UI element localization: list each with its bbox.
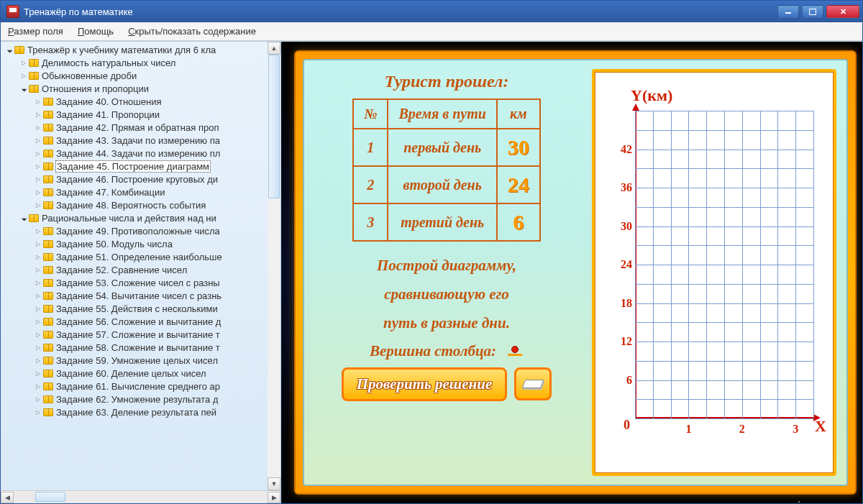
col-time: Время в пути bbox=[388, 99, 496, 129]
tree-expander-icon[interactable] bbox=[34, 292, 42, 300]
check-button[interactable]: Проверить решение bbox=[342, 367, 507, 401]
tree-expander-icon[interactable] bbox=[34, 305, 42, 313]
tree-expander-icon[interactable] bbox=[5, 46, 13, 54]
tree-item[interactable]: Задание 58. Сложение и вычитание т bbox=[1, 341, 280, 354]
tree-expander-icon[interactable] bbox=[34, 408, 42, 416]
tree-item[interactable]: Задание 56. Сложение и вычитание д bbox=[1, 315, 280, 328]
tree-item[interactable]: Задание 40. Отношения bbox=[1, 95, 280, 108]
tree-item[interactable]: Задание 43. Задачи по измерению па bbox=[1, 134, 280, 147]
menu-help[interactable]: Помощь bbox=[78, 26, 114, 37]
menu-toggle[interactable]: Скрыть/показать содержание bbox=[128, 26, 256, 37]
chart-grid[interactable] bbox=[635, 111, 813, 418]
tree-item[interactable]: Задание 55. Действия с несколькими bbox=[1, 302, 280, 315]
tree-label: Задание 52. Сравнение чисел bbox=[56, 265, 187, 275]
tree-expander-icon[interactable] bbox=[19, 214, 27, 222]
tree-item[interactable]: Обыкновенные дроби bbox=[1, 69, 280, 82]
tree-item[interactable]: Задание 51. Определение наибольше bbox=[1, 250, 280, 263]
chart[interactable]: Y(км) X 0 6121824303642123 bbox=[602, 89, 822, 462]
book-icon bbox=[29, 72, 39, 80]
tree-expander-icon[interactable] bbox=[34, 370, 42, 377]
tree-item[interactable]: Тренажёр к учебнику математики для 6 кла bbox=[1, 43, 280, 56]
book-icon bbox=[29, 85, 39, 93]
menu-size[interactable]: Размер поля bbox=[8, 26, 63, 37]
tree-expander-icon[interactable] bbox=[19, 72, 27, 80]
tree-item[interactable]: Рациональные числа и действия над ни bbox=[1, 211, 280, 224]
tree-expander-icon[interactable] bbox=[19, 59, 27, 67]
app-icon bbox=[6, 5, 19, 18]
tree-expander-icon[interactable] bbox=[19, 85, 27, 93]
tree-item[interactable]: Задание 62. Умножение результата д bbox=[1, 393, 280, 406]
marker-icon[interactable] bbox=[506, 346, 524, 356]
tree-expander-icon[interactable] bbox=[34, 162, 42, 170]
tree-expander-icon[interactable] bbox=[34, 382, 42, 390]
tree-item[interactable]: Задание 61. Вычисление среднего ар bbox=[1, 380, 280, 393]
tree-item[interactable]: Задание 46. Построение круговых ди bbox=[1, 173, 280, 185]
tree-expander-icon[interactable] bbox=[34, 188, 42, 196]
tree-expander-icon[interactable] bbox=[34, 98, 42, 106]
book-icon bbox=[43, 98, 53, 106]
tree-item[interactable]: Задание 48. Вероятность события bbox=[1, 198, 280, 211]
y-tick: 36 bbox=[621, 181, 632, 194]
tree-expander-icon[interactable] bbox=[34, 111, 42, 119]
tree-label: Задание 55. Действия с несколькими bbox=[56, 303, 218, 314]
tree-expander-icon[interactable] bbox=[34, 137, 42, 145]
tree-expander-icon[interactable] bbox=[34, 150, 42, 157]
tree-item[interactable]: Отношения и пропорции bbox=[1, 82, 280, 95]
tree-label: Задание 46. Построение круговых ди bbox=[56, 174, 218, 185]
tree-expander-icon[interactable] bbox=[34, 357, 42, 365]
hscroll-thumb[interactable] bbox=[35, 492, 65, 502]
tree-expander-icon[interactable] bbox=[34, 266, 42, 274]
tree-item[interactable]: Задание 50. Модуль числа bbox=[1, 237, 280, 250]
tree-label: Задание 40. Отношения bbox=[56, 96, 161, 107]
tree-expander-icon[interactable] bbox=[34, 175, 42, 183]
tree-expander-icon[interactable] bbox=[34, 124, 42, 132]
titlebar[interactable]: Тренажёр по математике bbox=[1, 1, 862, 22]
tree-item[interactable]: Задание 44. Задачи по измерению пл bbox=[1, 147, 280, 160]
tree-item[interactable]: Задание 47. Комбинации bbox=[1, 185, 280, 198]
tree-expander-icon[interactable] bbox=[34, 344, 42, 352]
tree-item[interactable]: Делимость натуральных чисел bbox=[1, 56, 280, 69]
tree-item[interactable]: Задание 53. Сложение чисел с разны bbox=[1, 276, 280, 289]
tree-item[interactable]: Задание 52. Сравнение чисел bbox=[1, 263, 280, 276]
book-icon bbox=[43, 382, 53, 390]
minimize-button[interactable] bbox=[777, 5, 799, 18]
tree-expander-icon[interactable] bbox=[34, 279, 42, 287]
tree-label: Задание 43. Задачи по измерению па bbox=[56, 135, 220, 146]
tree-label: Задание 56. Сложение и вычитание д bbox=[56, 316, 221, 327]
data-table: № Время в пути км 1 первый день 30 2 bbox=[352, 98, 541, 242]
tree-expander-icon[interactable] bbox=[34, 331, 42, 339]
tree-expander-icon[interactable] bbox=[34, 201, 42, 209]
y-tick: 12 bbox=[621, 335, 632, 348]
tree-item[interactable]: Задание 42. Прямая и обратная проп bbox=[1, 121, 280, 134]
scroll-left-icon[interactable]: ◀ bbox=[1, 492, 14, 503]
tree-label: Задание 50. Модуль числа bbox=[56, 239, 173, 249]
eraser-icon bbox=[522, 380, 544, 388]
tree-item[interactable]: Задание 49. Противоположные числа bbox=[1, 224, 280, 237]
tree-item[interactable]: Задание 57. Сложение и вычитание т bbox=[1, 328, 280, 341]
tree-expander-icon[interactable] bbox=[34, 227, 42, 235]
close-button[interactable] bbox=[826, 5, 859, 18]
horizontal-scrollbar[interactable]: ◀ ▶ bbox=[1, 490, 280, 503]
tree-item[interactable]: Задание 45. Построение диаграмм bbox=[1, 160, 280, 173]
tree-item[interactable]: Задание 59. Умножение целых чисел bbox=[1, 354, 280, 367]
tree-expander-icon[interactable] bbox=[34, 253, 42, 261]
tree-item[interactable]: Задание 41. Пропорции bbox=[1, 108, 280, 121]
scroll-right-icon[interactable]: ▶ bbox=[268, 492, 280, 503]
chart-panel[interactable]: Y(км) X 0 6121824303642123 bbox=[592, 69, 836, 476]
tree-view[interactable]: ▲ ▼ Тренажёр к учебнику математики для 6… bbox=[1, 42, 280, 490]
tree-item[interactable]: Задание 54. Вычитание чисел с разнь bbox=[1, 289, 280, 302]
tree-item[interactable]: Задание 60. Деление целых чисел bbox=[1, 367, 280, 380]
tree-label: Задание 45. Построение диаграмм bbox=[56, 161, 210, 172]
tree-label: Тренажёр к учебнику математики для 6 кла bbox=[27, 45, 216, 55]
button-row: Проверить решение bbox=[342, 367, 552, 401]
tree-label: Задание 57. Сложение и вычитание т bbox=[56, 329, 220, 340]
x-tick: 2 bbox=[739, 423, 745, 436]
tree-item[interactable]: Задание 63. Деление результата пей bbox=[1, 406, 280, 418]
tree-expander-icon[interactable] bbox=[34, 318, 42, 326]
eraser-button[interactable] bbox=[514, 367, 552, 400]
tree-expander-icon[interactable] bbox=[34, 240, 42, 248]
scroll-down-icon[interactable]: ▼ bbox=[268, 477, 280, 490]
tree-expander-icon[interactable] bbox=[34, 395, 42, 403]
book-icon bbox=[43, 253, 53, 261]
maximize-button[interactable] bbox=[802, 5, 823, 18]
